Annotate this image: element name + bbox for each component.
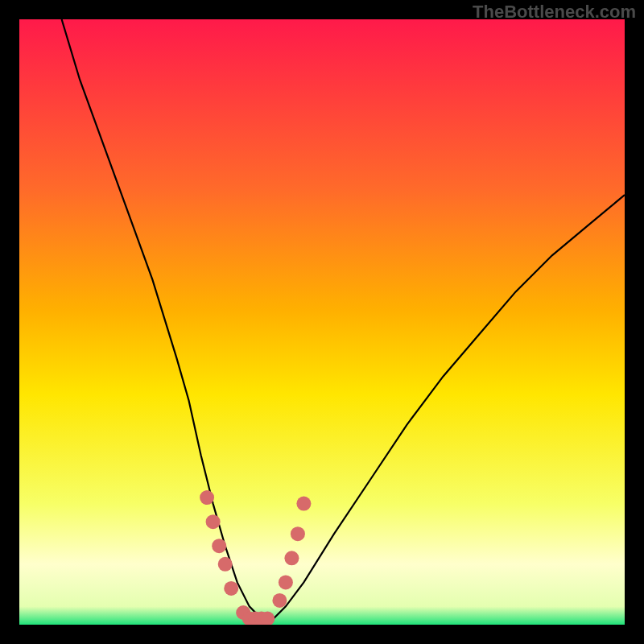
- chart-plot-area: [19, 19, 625, 625]
- watermark-text: TheBottleneck.com: [473, 2, 636, 23]
- marker-dot: [212, 539, 226, 553]
- marker-dot: [224, 581, 238, 596]
- marker-dot: [200, 490, 214, 505]
- marker-dot: [284, 551, 299, 565]
- marker-dot: [296, 497, 311, 511]
- marker-dot: [218, 557, 233, 572]
- marker-dot: [279, 575, 293, 589]
- marker-dot: [206, 514, 221, 529]
- chart-svg: [19, 19, 625, 625]
- marker-dot: [291, 526, 305, 541]
- gradient-background: [19, 19, 625, 625]
- marker-dot: [272, 593, 287, 608]
